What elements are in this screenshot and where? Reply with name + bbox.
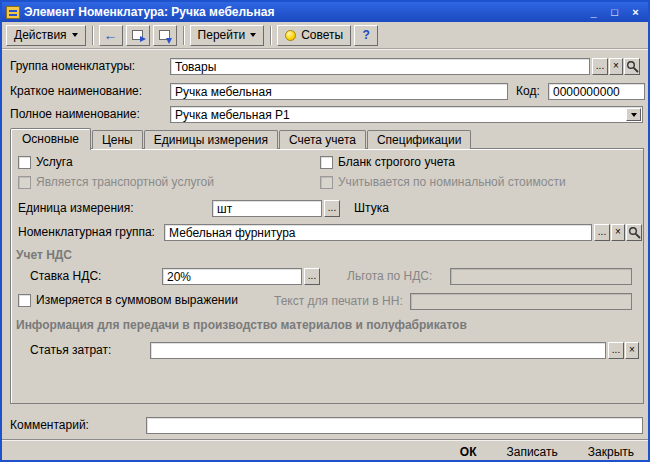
cost-item-clear-button[interactable]: ×: [625, 342, 639, 359]
sum-measured-checkbox[interactable]: Измеряется в суммовом выражении: [18, 293, 238, 307]
service-checkbox-label: Услуга: [36, 155, 73, 169]
code-label: Код:: [516, 83, 540, 100]
save-button[interactable]: Записать: [505, 444, 560, 460]
chevron-down-icon: [631, 113, 637, 117]
chevron-down-icon: [72, 33, 78, 37]
comment-field[interactable]: [146, 417, 643, 434]
group-field[interactable]: Товары: [170, 58, 590, 75]
magnifier-icon: [626, 60, 639, 73]
checkbox-box: [18, 156, 31, 169]
actions-menu-label: Действия: [14, 28, 67, 42]
vat-section-header: Учет НДС: [16, 248, 72, 262]
maximize-button[interactable]: □: [606, 5, 623, 20]
actions-menu-button[interactable]: Действия: [6, 25, 86, 46]
nn-print-field: [410, 293, 632, 310]
checkbox-box: [320, 156, 333, 169]
unit-hint: Штука: [354, 200, 389, 217]
close-button[interactable]: ×: [627, 5, 644, 20]
window-title: Элемент Номенклатура: Ручка мебельная: [24, 5, 581, 19]
titlebar: Элемент Номенклатура: Ручка мебельная _ …: [2, 2, 648, 22]
full-name-dropdown-button[interactable]: [626, 108, 641, 121]
checkbox-box: [18, 294, 31, 307]
nom-group-clear-button[interactable]: ×: [611, 224, 625, 241]
help-button[interactable]: ?: [354, 25, 378, 46]
element-window: Элемент Номенклатура: Ручка мебельная _ …: [0, 0, 650, 462]
nom-group-select-button[interactable]: ...: [594, 224, 610, 241]
group-clear-button[interactable]: ×: [609, 58, 623, 75]
strict-form-checkbox[interactable]: Бланк строгого учета: [320, 155, 455, 169]
nom-group-open-button[interactable]: [626, 224, 642, 241]
short-name-field[interactable]: Ручка мебельная: [170, 83, 508, 100]
comment-label: Комментарий:: [10, 417, 89, 434]
back-arrow-icon: ←: [104, 28, 118, 42]
group-label: Группа номенклатуры:: [10, 58, 135, 75]
group-select-button[interactable]: ...: [592, 58, 608, 75]
help-icon: ?: [362, 28, 369, 42]
tab-scheta[interactable]: Счета учета: [279, 130, 366, 149]
nom-group-field[interactable]: Мебельная фурнитура: [164, 224, 592, 241]
vat-rate-label: Ставка НДС:: [30, 268, 101, 285]
unit-field[interactable]: шт: [212, 200, 322, 217]
nav-back-button[interactable]: ←: [99, 25, 123, 46]
chevron-down-icon: [250, 33, 256, 37]
cost-item-label: Статья затрат:: [30, 342, 111, 359]
document-arrow-icon: [132, 30, 143, 40]
goto-menu-label: Перейти: [198, 28, 246, 42]
tips-label: Советы: [301, 28, 343, 42]
toolbar-separator: [92, 26, 93, 45]
production-section-header: Информация для передачи в производство м…: [16, 318, 467, 332]
vat-benefit-label: Льгота по НДС:: [347, 268, 432, 285]
toolbar: Действия ← Перейти Советы ?: [2, 22, 648, 49]
lightbulb-icon: [285, 30, 296, 41]
checkbox-box: [320, 176, 333, 189]
unit-label: Единица измерения:: [18, 200, 134, 217]
close-form-button[interactable]: Закрыть: [586, 444, 636, 460]
tab-edinitsy[interactable]: Единицы измерения: [144, 130, 278, 149]
group-open-button[interactable]: [624, 58, 640, 75]
unit-select-button[interactable]: ...: [324, 200, 340, 217]
goto-menu-button[interactable]: Перейти: [190, 25, 265, 46]
full-name-label: Полное наименование:: [10, 106, 140, 123]
sum-measured-checkbox-label: Измеряется в суммовом выражении: [36, 293, 238, 307]
nn-print-label: Текст для печати в НН:: [274, 293, 403, 310]
strict-form-checkbox-label: Бланк строгого учета: [338, 155, 455, 169]
checkbox-box: [18, 176, 31, 189]
vat-rate-select-button[interactable]: ...: [304, 268, 320, 285]
full-name-value: Ручка мебельная Р1: [175, 108, 290, 122]
tab-osnovnye[interactable]: Основные: [10, 128, 91, 150]
toolbar-separator: [270, 26, 271, 45]
app-icon: [6, 6, 20, 19]
service-checkbox[interactable]: Услуга: [18, 155, 73, 169]
ok-button[interactable]: ОК: [458, 444, 479, 460]
footer-separator: [2, 439, 648, 441]
minimize-button[interactable]: _: [585, 5, 602, 20]
vat-rate-field[interactable]: 20%: [162, 268, 302, 285]
tips-button[interactable]: Советы: [277, 25, 351, 46]
magnifier-icon: [628, 226, 641, 239]
vat-benefit-field: [450, 268, 632, 285]
cost-item-select-button[interactable]: ...: [608, 342, 624, 359]
full-name-combo[interactable]: Ручка мебельная Р1: [170, 106, 643, 123]
nominal-value-checkbox: Учитывается по номинальной стоимости: [320, 175, 566, 189]
open-item-button[interactable]: [126, 25, 150, 46]
footer-buttons: ОК Записать Закрыть: [458, 444, 636, 460]
cost-item-field[interactable]: [150, 342, 606, 359]
code-field[interactable]: 0000000000: [548, 83, 645, 100]
short-name-label: Краткое наименование:: [10, 83, 142, 100]
tab-strip: Основные Цены Единицы измерения Счета уч…: [10, 129, 472, 149]
nominal-value-checkbox-label: Учитывается по номинальной стоимости: [338, 175, 566, 189]
nom-group-label: Номенклатурная группа:: [18, 224, 155, 241]
transport-service-checkbox: Является транспортной услугой: [18, 175, 214, 189]
toolbar-separator: [183, 26, 184, 45]
transport-service-checkbox-label: Является транспортной услугой: [36, 175, 214, 189]
reread-button[interactable]: [153, 25, 177, 46]
document-refresh-icon: [159, 30, 170, 40]
tab-spetsifikatsii[interactable]: Спецификации: [367, 130, 471, 149]
tab-tseny[interactable]: Цены: [92, 130, 143, 149]
